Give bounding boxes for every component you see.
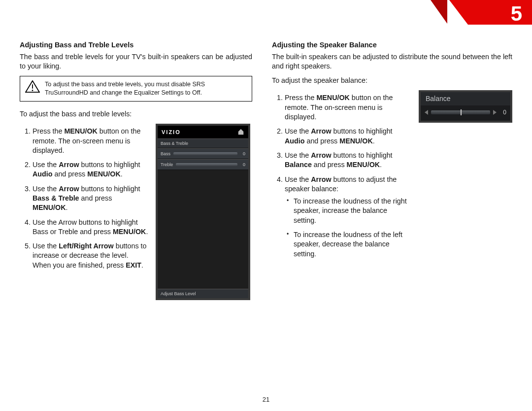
list-item: Use the Arrow buttons to highlight Bass …	[33, 184, 149, 213]
list-item: Use the Arrow buttons to highlight Balan…	[285, 151, 410, 170]
brand-logo: VIZIO	[162, 129, 181, 135]
list-item: Press the MENU/OK button on the remote. …	[33, 127, 149, 155]
steps-balance: Press the MENU/OK button on the remote. …	[272, 93, 410, 258]
list-item: To increase the loudness of the right sp…	[294, 197, 410, 225]
intro-balance: The built-in speakers can be adjusted to…	[272, 52, 512, 71]
intro-bass-treble: The bass and treble levels for your TV's…	[20, 52, 252, 71]
arrow-left-icon	[425, 110, 428, 115]
balance-track	[431, 110, 490, 114]
list-item: To increase the loudness of the left spe…	[294, 230, 410, 259]
chapter-number: 5	[511, 0, 522, 28]
list-item: Use the Left/Right Arrow buttons to incr…	[33, 241, 149, 270]
lead-bass: To adjust the bass and treble levels:	[20, 109, 252, 119]
chapter-badge: 5	[404, 0, 532, 25]
heading-bass-treble: Adjusting Bass and Treble Levels	[20, 40, 252, 50]
list-item: Use the Arrow buttons to highlight Audio…	[285, 127, 410, 146]
heading-balance: Adjusting the Speaker Balance	[272, 40, 512, 50]
list-item: Use the Arrow buttons to highlight Bass …	[33, 218, 149, 237]
screenshot-balance: Balance 0	[419, 90, 512, 122]
balance-slider: 0	[421, 105, 510, 120]
screenshot-bass-treble: VIZIO Bass & Treble Bass0 Treble0 Adjust…	[156, 124, 250, 300]
row-treble: Treble0	[158, 159, 248, 170]
list-item: Press the MENU/OK button on the remote. …	[285, 93, 410, 122]
svg-point-1	[32, 90, 33, 91]
help-text: Adjust Bass Level	[158, 289, 248, 298]
row-bass: Bass0	[158, 148, 248, 159]
warning-text: To adjust the bass and treble levels, yo…	[45, 81, 205, 96]
home-icon	[237, 128, 244, 135]
page-number: 21	[0, 396, 532, 403]
lead-balance: To adjust the speaker balance:	[272, 76, 512, 85]
arrow-right-icon	[493, 110, 497, 115]
list-item: Use the Arrow buttons to highlight Audio…	[33, 160, 149, 179]
balance-title: Balance	[421, 92, 510, 105]
breadcrumb: Bass & Treble	[161, 141, 188, 146]
left-column: Adjusting Bass and Treble Levels The bas…	[20, 40, 252, 300]
warning-icon	[25, 80, 40, 93]
warning-callout: To adjust the bass and treble levels, yo…	[20, 76, 252, 102]
steps-bass: Press the MENU/OK button on the remote. …	[20, 127, 149, 270]
list-item: Use the Arrow buttons to adjust the spea…	[285, 175, 410, 259]
right-column: Adjusting the Speaker Balance The built-…	[272, 40, 512, 300]
balance-value: 0	[499, 108, 506, 116]
